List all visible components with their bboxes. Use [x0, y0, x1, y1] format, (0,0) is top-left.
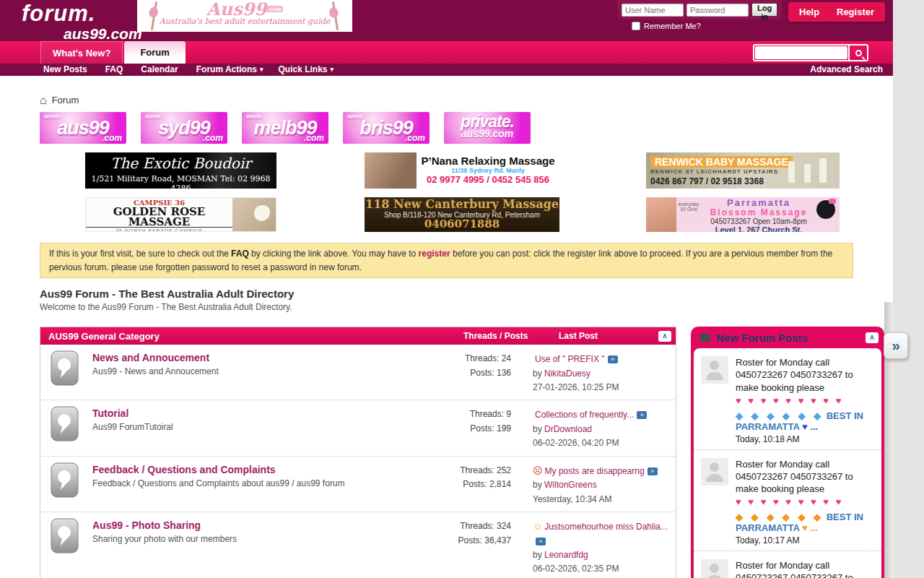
posts-count: Posts: 136: [437, 366, 511, 381]
site-banner[interactable]: www. syd99 .com: [141, 112, 227, 144]
ad-phone: 02 9977 4995 / 0452 545 856: [417, 174, 559, 185]
ad-pnana-massage[interactable]: P’Nana Relaxing Massage 11/36 Sydney Rd.…: [365, 152, 559, 189]
remember-checkbox[interactable]: [632, 22, 640, 30]
header-banner[interactable]: Aus99.com Australia's best adult enterta…: [137, 0, 352, 32]
last-post-title[interactable]: Use of " PREFIX ": [535, 354, 605, 364]
site-banner[interactable]: www. bris99 .com: [343, 112, 430, 144]
last-post-author[interactable]: WiltonGreens: [544, 480, 597, 490]
breadcrumb-forum[interactable]: Forum: [52, 95, 79, 105]
last-post-author[interactable]: NikitaDuesy: [544, 368, 590, 379]
nav-item[interactable]: FAQ: [105, 64, 126, 74]
register-link[interactable]: register: [419, 249, 450, 259]
ad-title: RENWICK BABY MASSAGE: [650, 156, 793, 168]
post-date: Today, 10:18 AM: [736, 434, 874, 444]
ad-renwick-massage[interactable]: RENWICK BABY MASSAGE RENWICK ST LEICHHAR…: [646, 152, 840, 189]
goto-last-post-icon[interactable]: »: [608, 355, 618, 363]
site-banner[interactable]: www. melb99 .com: [242, 112, 328, 144]
search-button[interactable]: [848, 46, 867, 60]
banner-www: www.: [246, 113, 263, 120]
password-input[interactable]: [687, 4, 749, 17]
ad-address: Level 1, 267 Church St, Parramatta: [701, 225, 816, 232]
search-input[interactable]: [755, 46, 847, 59]
register-button[interactable]: Register: [826, 2, 885, 22]
new-posts-list: Roster for Monday call 0450723267 045073…: [694, 348, 881, 578]
new-post-item[interactable]: Roster for Monday call 0450723267 045073…: [694, 551, 881, 578]
forum-description: Aus99 ForumTutoiral: [92, 422, 437, 432]
forum-stats: Threads: 252 Posts: 2,814: [437, 462, 523, 506]
last-post-title[interactable]: My posts are disappearng: [545, 466, 645, 476]
avatar[interactable]: [701, 458, 728, 486]
forum-title[interactable]: News and Annoucement: [92, 352, 437, 363]
heart-emoji: ♥ ...: [802, 421, 818, 432]
sidebar-expand-button[interactable]: »: [884, 332, 908, 359]
post-date: Today, 10:17 AM: [736, 535, 874, 545]
new-post-item[interactable]: Roster for Monday call 0450723267 045073…: [694, 450, 881, 551]
ad-address: RENWICK ST LEICHHARDT UPSTAIRS: [650, 168, 840, 175]
forum-title[interactable]: Aus99 - Photo Sharing: [92, 519, 437, 531]
candle-icon: [819, 158, 827, 183]
forum-row: Tutorial Aus99 ForumTutoiral Threads: 9 …: [40, 400, 676, 455]
ad-canterbury-massage[interactable]: 118 New Canterbury Massage Shop B/118-12…: [365, 197, 559, 232]
last-post-title[interactable]: Justsomehourhoe miss Dahlia...: [544, 522, 668, 532]
nav-item[interactable]: Quick Links▾: [278, 64, 334, 74]
site-banner[interactable]: www. aus99 .com: [40, 112, 126, 144]
nav-item[interactable]: Forum Actions▾: [196, 64, 263, 74]
page: forum. aus99.com Aus99.com Australia's b…: [0, 0, 893, 578]
banner-domain: aus99.com: [444, 128, 531, 139]
nav-item[interactable]: Calendar: [141, 64, 180, 74]
login-button[interactable]: Log in: [751, 3, 777, 17]
forum-description: Sharing your photo with our members: [92, 534, 437, 544]
threads-count: Threads: 324: [437, 519, 511, 534]
hearts-emoji-row: ♥ ♥ ♥ ♥ ♥ ♥ ♥ ♥ ♥: [736, 496, 874, 507]
category-aus99-general: AUS99 General Category Threads / Posts L…: [40, 327, 676, 578]
nav-item[interactable]: New Posts: [43, 64, 90, 74]
speech-bubble-icon: [699, 334, 710, 342]
tab-whats-new[interactable]: What's New?: [40, 41, 123, 64]
tab-forum[interactable]: Forum: [124, 41, 185, 64]
last-post-date: 06-02-2026, 02:35 PM: [533, 562, 671, 576]
posts-count: Posts: 2,814: [437, 478, 511, 492]
help-button[interactable]: Help: [788, 2, 830, 22]
banner-domain: .com: [405, 133, 425, 143]
ad-phone: 0406071888: [365, 219, 559, 230]
category-title[interactable]: AUS99 General Category: [48, 331, 463, 342]
forum-stats: Threads: 24 Posts: 136: [437, 350, 523, 394]
last-post-title[interactable]: Collections of frequently...: [535, 410, 634, 420]
post-text[interactable]: Roster for Monday call 0450723267 045073…: [736, 356, 874, 393]
faq-link[interactable]: FAQ: [231, 249, 249, 259]
ad-phone: 0426 867 797 / 02 9518 3368: [650, 176, 840, 186]
forum-title[interactable]: Tutorial: [92, 407, 437, 419]
username-input[interactable]: [622, 4, 684, 17]
new-post-item[interactable]: Roster for Monday call 0450723267 045073…: [694, 348, 881, 449]
avatar[interactable]: [701, 559, 728, 578]
sub-nav: New Posts FAQ Calendar Forum Actions▾ Qu…: [0, 64, 893, 76]
hearts-emoji-row: ♥ ♥ ♥ ♥ ♥ ♥ ♥ ♥ ♥: [736, 395, 874, 406]
sidebar-header: New Forum Posts ∧: [694, 327, 881, 348]
threads-count: Threads: 252: [437, 464, 511, 478]
goto-last-post-icon[interactable]: »: [648, 467, 658, 475]
ad-exotic-boudoir[interactable]: The Exotic Boudoir 1/521 Military Road, …: [85, 152, 276, 189]
banner-domain: .com: [102, 133, 122, 143]
site-logo[interactable]: forum. aus99.com: [22, 2, 142, 41]
ad-logo: [816, 200, 835, 219]
last-post-author[interactable]: Leonardfdg: [544, 550, 588, 560]
goto-last-post-icon[interactable]: »: [637, 411, 647, 419]
ad-address: 36 NORTH PARADE CAMPSIE: [86, 228, 232, 232]
home-icon[interactable]: ⌂: [40, 96, 47, 105]
ad-parramatta-blossom-massage[interactable]: everyday10 Girls Parramatta Blossom Mass…: [646, 197, 840, 232]
advanced-search-link[interactable]: Advanced Search: [810, 64, 883, 74]
site-banner[interactable]: private. aus99.com: [444, 112, 531, 144]
post-text[interactable]: Roster for Monday call 0450723267 045073…: [736, 458, 874, 495]
ad-title: 118 New Canterbury Massage: [365, 198, 559, 211]
collapse-button[interactable]: ∧: [866, 332, 879, 343]
post-text[interactable]: Roster for Monday call 0450723267 045073…: [736, 559, 874, 578]
sidebar-title: New Forum Posts: [716, 332, 860, 344]
ad-golden-rose-massage[interactable]: CAMPSIE 36 GOLDEN ROSE MASSAGE 36 NORTH …: [85, 197, 276, 232]
collapse-button[interactable]: ∧: [658, 331, 671, 342]
last-post-author[interactable]: DrDownload: [544, 424, 592, 434]
remember-me[interactable]: Remember Me?: [632, 22, 701, 30]
avatar[interactable]: [701, 356, 728, 384]
banner-tagline: Australia's best adult entertainment gui…: [137, 17, 352, 26]
forum-title[interactable]: Feedback / Questions and Complaints: [92, 464, 437, 475]
goto-last-post-icon[interactable]: »: [536, 538, 546, 545]
